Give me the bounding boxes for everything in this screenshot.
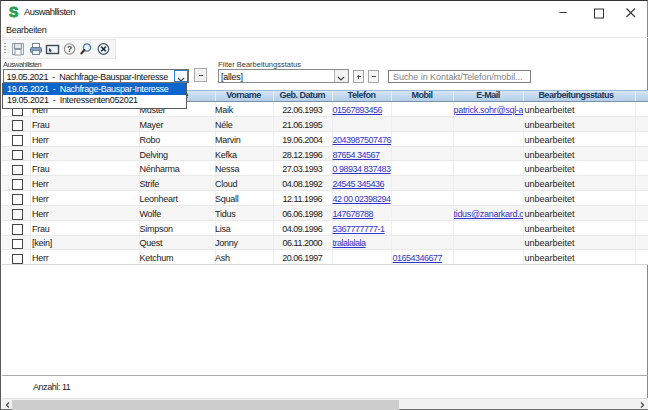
svg-text:?: ? — [67, 44, 72, 54]
svg-text:S: S — [9, 4, 18, 19]
